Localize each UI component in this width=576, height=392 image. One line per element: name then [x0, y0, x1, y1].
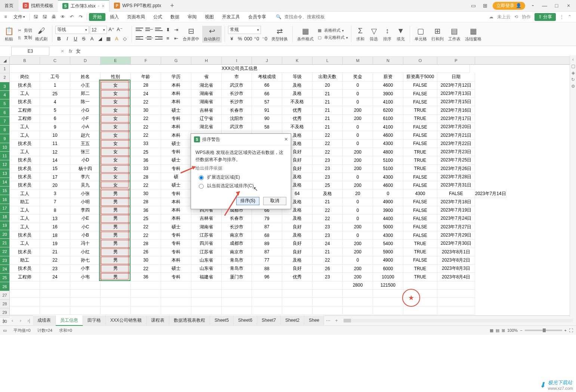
cell-D27[interactable]	[70, 281, 101, 290]
cell-P20[interactable]: 2023年7月27日	[437, 223, 475, 231]
col-header-H[interactable]: H	[191, 57, 222, 64]
cell-L27[interactable]	[312, 281, 343, 290]
cell-N25[interactable]: 6000	[373, 265, 403, 273]
tab-home[interactable]: 首页	[0, 0, 18, 11]
cell-O17[interactable]: FALSE	[403, 198, 437, 206]
cell-F15[interactable]: 22	[131, 181, 161, 189]
row-header-13[interactable]: 13	[0, 169, 9, 178]
cell-O11[interactable]: TRUE	[403, 148, 437, 156]
cell-P22[interactable]: 2023年7月30日	[437, 240, 475, 248]
cell-O30[interactable]	[403, 306, 437, 315]
row-header-3[interactable]: 3	[0, 82, 9, 91]
coop-label[interactable]: 协作	[522, 14, 531, 20]
cell-P5[interactable]: 2023年7月15日	[437, 98, 475, 106]
align-right-button[interactable]	[154, 35, 163, 41]
cell-I8[interactable]: 武汉市	[222, 123, 252, 131]
cell-P9[interactable]: 2023年7月21日	[437, 131, 475, 139]
cell-K4[interactable]: 及格	[282, 90, 312, 98]
cell-E23[interactable]: 男	[101, 248, 131, 256]
zoom-thumb[interactable]	[543, 328, 546, 332]
fill-color-button[interactable]: ◢	[96, 35, 104, 43]
cell-N3[interactable]: 4600	[373, 81, 403, 90]
cell-N18[interactable]: 3900	[373, 206, 403, 214]
cell-E29[interactable]	[101, 298, 131, 306]
sheet-tab-课程表[interactable]: 课程表	[147, 315, 169, 325]
cell-L23[interactable]: 21	[312, 248, 343, 256]
title-cell[interactable]: XXX公司员工信息	[10, 65, 470, 73]
cell-L12[interactable]: 23	[312, 156, 343, 164]
cell-O3[interactable]: FALSE	[403, 81, 437, 90]
cell-C22[interactable]: 19	[40, 240, 70, 248]
italic-button[interactable]: I	[64, 35, 71, 43]
cell-E6[interactable]: 女	[101, 106, 131, 114]
cell-D7[interactable]: 小F	[70, 115, 101, 123]
maximize-icon[interactable]: □	[552, 3, 561, 9]
cell-L22[interactable]: 24	[312, 240, 343, 248]
cell-P13[interactable]: 2023年7月26日	[437, 165, 475, 173]
merge-center-button[interactable]: ⊟ 合并居中	[181, 26, 201, 43]
cell-P29[interactable]	[437, 298, 475, 306]
cell-B19[interactable]: 工人	[10, 214, 40, 223]
cell-E8[interactable]: 女	[101, 123, 131, 131]
cell-E21[interactable]: 男	[101, 231, 131, 240]
cell-O21[interactable]: FALSE	[403, 231, 437, 240]
cell-G3[interactable]: 本科	[161, 81, 191, 90]
menu-tab-开始[interactable]: 开始	[89, 13, 105, 21]
cell-P12[interactable]: 2023年7月25日	[437, 156, 475, 164]
sheet-tab-Sheet6[interactable]: Sheet6	[234, 315, 257, 325]
tab-ppt[interactable]: P WPS PPT教程.pptx	[110, 0, 166, 11]
close-window-icon[interactable]: ×	[564, 3, 573, 9]
cell-N17[interactable]: 4900	[373, 198, 403, 206]
sheet-nav-next[interactable]: ›	[16, 318, 25, 323]
cell-I25[interactable]: 青岛市	[222, 265, 252, 273]
cell-H3[interactable]: 湖北省	[191, 81, 222, 90]
col-header-F[interactable]: F	[131, 57, 161, 64]
cond-format-button[interactable]: ▦ 条件格式	[296, 26, 315, 43]
row-header-6[interactable]: 6	[0, 108, 9, 117]
cell-J25[interactable]: 88	[252, 265, 282, 273]
cell-J24[interactable]: 77	[252, 256, 282, 265]
align-bottom-button[interactable]	[154, 26, 163, 33]
cell-C23[interactable]: 21	[40, 248, 70, 256]
orientation-button[interactable]: ⬍	[164, 26, 172, 34]
cell-F23[interactable]: 26	[131, 248, 161, 256]
cell-M11[interactable]: 200	[343, 148, 373, 156]
cell-D6[interactable]: 小G	[70, 106, 101, 114]
cell-B20[interactable]: 工人	[10, 223, 40, 231]
cell-B26[interactable]: 工程师	[10, 273, 40, 281]
cell-B28[interactable]	[10, 290, 40, 298]
cell-J30[interactable]	[252, 306, 282, 315]
cell-N15[interactable]: 4600	[373, 181, 403, 189]
cell-P2[interactable]: 日期	[437, 73, 475, 81]
cell-N11[interactable]: 4800	[373, 148, 403, 156]
cell-I2[interactable]: 市	[222, 73, 252, 81]
cell-E26[interactable]: 男	[101, 273, 131, 281]
cell-K20[interactable]: 良好	[282, 223, 312, 231]
cell-B29[interactable]	[10, 298, 40, 306]
cell-O20[interactable]: FALSE	[403, 223, 437, 231]
view-normal-icon[interactable]: ▦	[490, 328, 493, 333]
cell-C11[interactable]: 12	[40, 148, 70, 156]
cell-J23[interactable]: 87	[252, 248, 282, 256]
menu-tab-数据[interactable]: 数据	[167, 13, 183, 21]
cell-G16[interactable]: 专科	[161, 189, 191, 198]
cell-P6[interactable]: 2023年7月16日	[437, 106, 475, 114]
cell-J5[interactable]: 57	[252, 98, 282, 106]
cell-D8[interactable]: 小A	[70, 123, 101, 131]
sheet-button[interactable]: ▤工作表	[447, 26, 462, 43]
cell-E10[interactable]: 女	[101, 140, 131, 148]
app-menu-icon[interactable]: ≡	[1, 13, 10, 21]
decrease-font-button[interactable]: A⁻	[116, 26, 123, 33]
cell-D15[interactable]: 吴九	[70, 181, 101, 189]
cell-O25[interactable]: TRUE	[403, 265, 437, 273]
cell-G17[interactable]: 本科	[161, 198, 191, 206]
cell-D10[interactable]: 王五	[70, 140, 101, 148]
cell-J28[interactable]	[252, 290, 282, 298]
cell-K26[interactable]: 优秀	[282, 273, 312, 281]
cell-F13[interactable]: 33	[131, 165, 161, 173]
cell-P27[interactable]	[437, 281, 475, 290]
cell-B21[interactable]: 技术员	[10, 231, 40, 240]
cell-N26[interactable]: 10100	[373, 273, 403, 281]
sheet-tab-Sheet5[interactable]: Sheet5	[210, 315, 234, 325]
cell-P18[interactable]: 2023年7月19日	[437, 206, 475, 214]
